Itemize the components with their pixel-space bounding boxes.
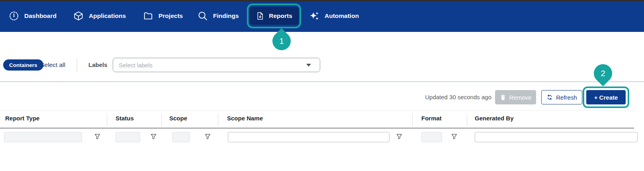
top-border-strip: [0, 0, 644, 2]
updated-timestamp: Updated 30 seconds ago: [425, 94, 491, 100]
report-download-icon: [256, 12, 264, 20]
create-button-label: + Create: [594, 94, 618, 101]
column-header-scope[interactable]: Scope: [169, 115, 187, 122]
chevron-down-icon[interactable]: [306, 64, 311, 67]
filter-input-status[interactable]: [115, 132, 140, 142]
table-header-bottom-border: [0, 128, 634, 129]
sparkles-icon: [309, 11, 319, 21]
column-header-report-type[interactable]: Report Type: [5, 115, 39, 122]
refresh-icon: [546, 94, 553, 100]
remove-button-label: Remove: [509, 94, 532, 101]
nav-item-automation[interactable]: Automation: [309, 0, 359, 32]
filter-input-generated-by[interactable]: [475, 132, 638, 142]
nav-item-applications[interactable]: Applications: [73, 0, 126, 32]
labels-select[interactable]: [113, 58, 320, 72]
filter-input-format[interactable]: [421, 132, 442, 142]
nav-item-findings[interactable]: Findings: [198, 0, 239, 32]
filter-funnel-icon-status[interactable]: [151, 133, 157, 140]
search-icon: [198, 11, 208, 21]
remove-button[interactable]: Remove: [495, 90, 536, 104]
callout-step-number: 2: [594, 64, 612, 83]
filter-funnel-icon-report-type[interactable]: [94, 133, 100, 140]
callout-ring-create: + Create: [583, 86, 629, 108]
callout-pin-2: 2: [590, 60, 616, 86]
scope-pill-containers[interactable]: Containers: [3, 59, 43, 71]
nav-label: Projects: [159, 12, 183, 20]
column-divider: [467, 114, 467, 126]
filter-input-report-type[interactable]: [4, 132, 82, 142]
folder-icon: [143, 11, 153, 21]
main-navbar: Dashboard Applications Projects Findings: [0, 0, 644, 32]
table-header-top-border: [0, 110, 637, 111]
column-header-format[interactable]: Format: [421, 115, 442, 122]
cube-icon: [73, 11, 84, 21]
callout-ring-reports: Reports: [247, 4, 301, 28]
refresh-button[interactable]: Refresh: [541, 90, 582, 104]
gauge-icon: [9, 11, 19, 21]
nav-item-projects[interactable]: Projects: [143, 0, 183, 32]
nav-item-reports[interactable]: Reports: [249, 7, 299, 25]
nav-label: Dashboard: [24, 12, 57, 20]
nav-label: Findings: [213, 12, 239, 20]
labels-label: Labels: [88, 61, 108, 68]
column-header-scope-name[interactable]: Scope Name: [227, 115, 263, 122]
column-header-generated-by[interactable]: Generated By: [475, 115, 514, 122]
labels-select-input[interactable]: [113, 58, 306, 72]
create-button[interactable]: + Create: [586, 90, 626, 104]
filter-funnel-icon-scope-name[interactable]: [396, 133, 402, 140]
filter-funnel-icon-scope[interactable]: [205, 133, 211, 140]
column-divider: [161, 114, 162, 126]
nav-item-dashboard[interactable]: Dashboard: [9, 0, 57, 32]
nav-label: Automation: [325, 12, 359, 20]
refresh-button-label: Refresh: [556, 94, 577, 101]
column-divider: [412, 114, 413, 126]
column-header-status[interactable]: Status: [115, 115, 134, 122]
callout-step-number: 1: [272, 32, 291, 50]
trash-icon: [500, 94, 506, 100]
filter-funnel-icon-format[interactable]: [451, 133, 457, 140]
section-divider: [0, 81, 644, 82]
nav-label: Reports: [269, 12, 292, 20]
filter-input-scope[interactable]: [172, 132, 190, 142]
select-all-link[interactable]: Select all: [40, 61, 65, 69]
filter-bar-divider: [77, 58, 77, 72]
filter-input-scope-name[interactable]: [228, 132, 390, 142]
callout-pin-1: 1: [268, 28, 294, 54]
nav-label: Applications: [89, 12, 126, 20]
column-divider: [218, 114, 218, 126]
column-divider: [107, 114, 107, 126]
